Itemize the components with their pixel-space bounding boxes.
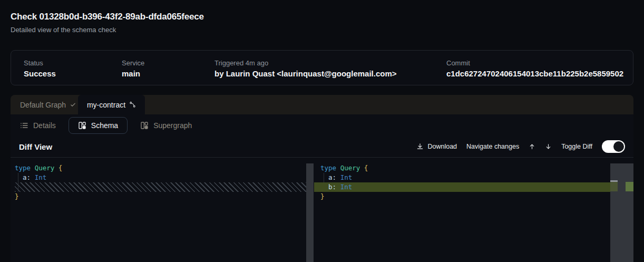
code-line: } — [320, 192, 618, 201]
page-header: Check 01328b0d-b396-43f2-89ab-dfda065fee… — [11, 12, 204, 34]
tab-supergraph[interactable]: Supergraph — [140, 121, 192, 130]
added-line-under-scrollbar — [610, 182, 618, 191]
toggle-knob — [613, 141, 624, 152]
tab-details[interactable]: Details — [20, 121, 56, 130]
panels-icon — [78, 121, 86, 130]
diff-header: Diff View Download Navigate changes Togg… — [11, 136, 633, 158]
triggered-by-value: by Laurin Quast <laurinquast@googlemail.… — [214, 69, 446, 78]
schema-diff-editor: type Query { a: Int} + type Query { a: I… — [11, 158, 633, 262]
tab-my-contract[interactable]: my-contract — [78, 95, 145, 114]
graph-tabs: Default Graph my-contract — [11, 95, 633, 114]
meta-label: Service — [122, 59, 214, 67]
check-detail-panel: Default Graph my-contract Details — [11, 95, 633, 262]
download-label: Download — [427, 143, 457, 150]
code-line: type Query { — [320, 163, 618, 173]
page-subtitle: Detailed view of the schema check — [11, 26, 204, 34]
meta-label: Commit — [446, 59, 633, 67]
check-meta-card: Status Success Service main Triggered 4m… — [11, 50, 633, 85]
meta-label: Status — [24, 59, 122, 67]
overview-ruler-added-marker — [626, 182, 633, 191]
split-branch-icon — [129, 101, 136, 108]
meta-status: Status Success — [11, 51, 122, 85]
meta-service: Service main — [122, 51, 214, 85]
code-line: type Query { — [15, 163, 306, 173]
code-line: a: Int — [15, 173, 306, 182]
check-icon — [70, 102, 76, 108]
view-tabs: Details Schema Supergraph — [11, 114, 633, 136]
tab-default-graph[interactable]: Default Graph — [11, 95, 78, 114]
tab-supergraph-label: Supergraph — [153, 121, 192, 130]
download-icon — [416, 143, 424, 150]
diff-toolbar: Download Navigate changes Toggle Diff — [416, 140, 625, 153]
status-value: Success — [24, 69, 122, 78]
page-title: Check 01328b0d-b396-43f2-89ab-dfda065fee… — [11, 12, 204, 22]
panels-icon — [140, 121, 149, 130]
meta-label: Triggered 4m ago — [214, 59, 446, 67]
list-icon — [20, 121, 28, 130]
right-pane-scrollbar[interactable] — [610, 163, 633, 262]
meta-commit: Commit c1dc62724702406154013cbe11b225b2e… — [446, 51, 633, 85]
commit-value: c1dc62724702406154013cbe11b225b2e5859502 — [446, 69, 633, 78]
diff-right-code: type Query { a: Int b: Int} — [320, 163, 618, 201]
service-value: main — [122, 69, 214, 78]
tab-my-contract-label: my-contract — [87, 101, 125, 109]
arrow-up-icon[interactable] — [529, 143, 535, 150]
diff-right-pane[interactable]: + type Query { a: Int b: Int} — [314, 158, 633, 262]
tab-schema[interactable]: Schema — [69, 117, 128, 134]
toggle-diff-switch[interactable] — [602, 140, 625, 153]
left-pane-scrollbar[interactable] — [306, 163, 314, 262]
tab-details-label: Details — [33, 121, 56, 130]
code-line: a: Int — [320, 173, 618, 182]
navigate-changes-button[interactable]: Navigate changes — [466, 143, 519, 150]
diff-view-title: Diff View — [19, 142, 52, 151]
toggle-diff-label: Toggle Diff — [561, 143, 592, 150]
code-line-hatched — [15, 182, 306, 192]
diff-left-code: type Query { a: Int} — [15, 163, 306, 201]
tab-schema-label: Schema — [91, 121, 118, 130]
code-line-added: b: Int — [314, 182, 618, 192]
navigate-changes-label: Navigate changes — [466, 143, 519, 150]
meta-triggered: Triggered 4m ago by Laurin Quast <laurin… — [214, 51, 446, 85]
download-button[interactable]: Download — [416, 143, 457, 150]
arrow-down-icon[interactable] — [545, 143, 552, 150]
code-line: } — [15, 192, 306, 201]
diff-left-pane[interactable]: type Query { a: Int} — [11, 158, 314, 262]
tab-default-graph-label: Default Graph — [20, 101, 66, 109]
